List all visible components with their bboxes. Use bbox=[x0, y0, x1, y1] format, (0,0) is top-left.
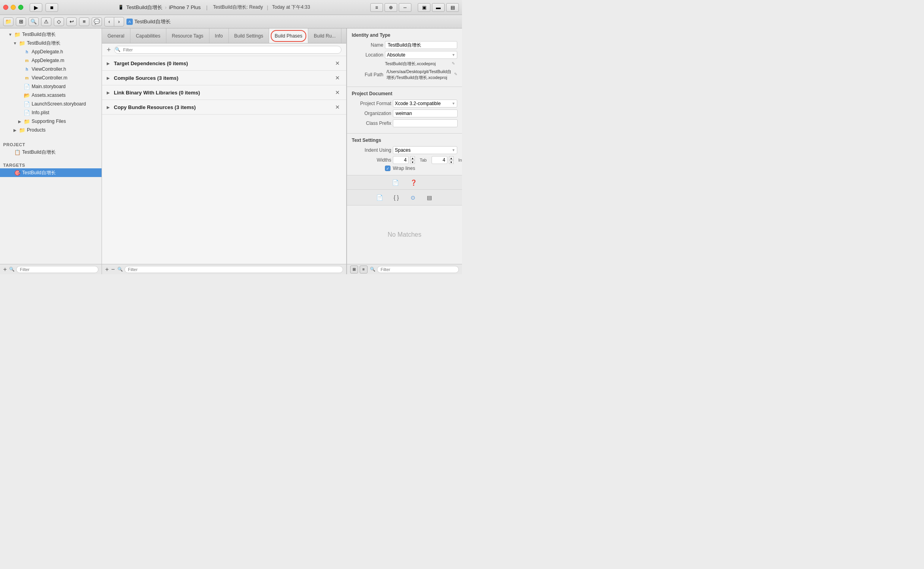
close-button[interactable] bbox=[3, 5, 8, 10]
sidebar-project-item[interactable]: 📋 TestBuild自增长 bbox=[0, 148, 102, 156]
phase-compile-sources[interactable]: ▶ Compile Sources (3 items) ✕ bbox=[102, 71, 346, 85]
phase-title-link: Link Binary With Libraries (0 items) bbox=[114, 90, 334, 96]
breadcrumb: A TestBuild自增长 bbox=[126, 18, 459, 25]
breakpoint-btn[interactable]: ↩ bbox=[66, 17, 77, 26]
full-path-edit-btn[interactable]: ✎ bbox=[454, 72, 457, 77]
center-add-btn[interactable]: + bbox=[105, 266, 109, 273]
sidebar-project-root[interactable]: ▼ 📁 TestBuild自增长 bbox=[0, 30, 102, 39]
maximize-button[interactable] bbox=[18, 5, 23, 10]
phase-close-copy[interactable]: ✕ bbox=[334, 103, 341, 111]
list-btn[interactable]: ≡ bbox=[79, 17, 89, 26]
add-file-btn[interactable]: + bbox=[3, 266, 7, 273]
tab-capabilities[interactable]: Capabilities bbox=[130, 28, 166, 43]
tab-general[interactable]: General bbox=[102, 28, 130, 43]
phase-disclosure-target-deps: ▶ bbox=[107, 61, 112, 66]
quick-help-btn[interactable]: ❓ bbox=[409, 178, 418, 187]
phase-close-link[interactable]: ✕ bbox=[334, 89, 341, 96]
indent-width-input[interactable] bbox=[432, 156, 447, 164]
tab-width-up[interactable]: ▲ bbox=[410, 156, 415, 160]
sidebar-launchscreen-storyboard[interactable]: 📄 LaunchScreen.storyboard bbox=[0, 100, 102, 108]
bookmark-btn[interactable]: ◇ bbox=[54, 17, 64, 26]
widths-row: Widths ▲ ▼ Tab ▲ ▼ Indent bbox=[352, 156, 457, 164]
stop-button[interactable]: ■ bbox=[45, 3, 58, 12]
full-path-value: /Users/aa/Desktop/git/TestBuild自增长/TestB… bbox=[385, 69, 453, 81]
editor-assistant-btn[interactable]: ⊕ bbox=[385, 3, 397, 12]
sidebar-assets-xcassets[interactable]: 📂 Assets.xcassets bbox=[0, 91, 102, 100]
tab-build-settings[interactable]: Build Settings bbox=[229, 28, 269, 43]
center-filter-bar: 🔍 bbox=[117, 266, 343, 273]
sidebar-main-storyboard[interactable]: 📄 Main.storyboard bbox=[0, 82, 102, 91]
edit-btn[interactable]: ✎ bbox=[452, 61, 457, 67]
phase-link-binary[interactable]: ▶ Link Binary With Libraries (0 items) ✕ bbox=[102, 85, 346, 100]
organization-input[interactable] bbox=[393, 109, 458, 117]
indent-using-select[interactable]: Spaces ▼ bbox=[393, 146, 457, 154]
project-format-chevron-icon: ▼ bbox=[452, 102, 455, 106]
back-btn[interactable]: ‹ bbox=[105, 17, 114, 26]
project-format-value: Xcode 3.2-compatible bbox=[395, 101, 441, 106]
phase-copy-bundle[interactable]: ▶ Copy Bundle Resources (3 items) ✕ bbox=[102, 100, 346, 115]
sidebar-appdelegate-h[interactable]: h AppDelegate.h bbox=[0, 47, 102, 56]
circle-view-btn[interactable]: ⊙ bbox=[409, 193, 417, 202]
sidebar-viewcontroller-m[interactable]: m ViewController.m bbox=[0, 73, 102, 82]
sidebar-appdelegate-m[interactable]: m AppDelegate.m bbox=[0, 56, 102, 65]
center-filter-input[interactable] bbox=[124, 266, 343, 273]
minimize-button[interactable] bbox=[11, 5, 16, 10]
tab-width-input[interactable] bbox=[393, 156, 409, 164]
center-remove-btn[interactable]: − bbox=[111, 266, 115, 273]
tab-width-stepper[interactable]: ▲ ▼ bbox=[410, 156, 415, 164]
location-select[interactable]: Absolute ▼ bbox=[385, 51, 457, 59]
phase-close-compile[interactable]: ✕ bbox=[334, 74, 341, 82]
list-view-btn[interactable]: ≡ bbox=[360, 266, 368, 273]
sidebar-target-item[interactable]: 🎯 TestBuild自增长 bbox=[0, 168, 102, 177]
project-section-label: PROJECT bbox=[0, 139, 102, 148]
project-format-label: Project Format bbox=[352, 101, 391, 106]
folder-btn[interactable]: 📁 bbox=[3, 17, 13, 26]
tab-width-down[interactable]: ▼ bbox=[410, 160, 415, 164]
bubble-btn[interactable]: 💬 bbox=[92, 17, 102, 26]
tab-info[interactable]: Info bbox=[209, 28, 229, 43]
name-input[interactable] bbox=[385, 41, 457, 49]
right-filter-input[interactable] bbox=[377, 266, 459, 273]
sidebar-filter-input[interactable] bbox=[16, 266, 98, 273]
sidebar-supporting-files[interactable]: ▶ 📁 Supporting Files bbox=[0, 117, 102, 126]
tab-build-rules[interactable]: Build Ru... bbox=[308, 28, 341, 43]
phase-close-target-deps[interactable]: ✕ bbox=[334, 59, 341, 67]
navigator-btn[interactable]: ▣ bbox=[418, 3, 430, 12]
indent-using-chevron-icon: ▼ bbox=[452, 148, 455, 152]
forward-btn[interactable]: › bbox=[114, 17, 124, 26]
warning-btn[interactable]: ⚠ bbox=[41, 17, 51, 26]
layout-view-btn[interactable]: ▤ bbox=[425, 193, 434, 202]
code-view-btn[interactable]: { } bbox=[392, 193, 401, 202]
project-format-select[interactable]: Xcode 3.2-compatible ▼ bbox=[393, 100, 457, 107]
grid-btn[interactable]: ⊞ bbox=[16, 17, 26, 26]
phase-target-dependencies[interactable]: ▶ Target Dependencies (0 items) ✕ bbox=[102, 56, 346, 71]
phase-disclosure-copy: ▶ bbox=[107, 105, 112, 109]
add-phase-button[interactable]: + bbox=[107, 46, 111, 53]
grid-view-btn[interactable]: ⊞ bbox=[350, 266, 358, 273]
debug-btn[interactable]: ▬ bbox=[432, 3, 445, 12]
sidebar-testbuild-folder[interactable]: ▼ 📁 TestBuild自增长 bbox=[0, 39, 102, 47]
file-inspector-btn[interactable]: 📄 bbox=[391, 178, 400, 187]
location-value: Absolute bbox=[387, 52, 405, 58]
play-button[interactable]: ▶ bbox=[30, 3, 42, 12]
sidebar-products[interactable]: ▶ 📁 Products bbox=[0, 126, 102, 134]
phase-filter-input[interactable] bbox=[114, 46, 341, 54]
wrap-lines-checkbox[interactable]: ✓ bbox=[385, 166, 390, 171]
indent-width-up[interactable]: ▲ bbox=[449, 156, 454, 160]
utilities-btn[interactable]: ▤ bbox=[446, 3, 459, 12]
tab-build-phases[interactable]: Build Phases bbox=[269, 28, 308, 43]
breadcrumb-text: TestBuild自增长 bbox=[134, 18, 171, 25]
class-prefix-input[interactable] bbox=[393, 119, 458, 127]
file-view-btn[interactable]: 📄 bbox=[375, 193, 384, 202]
search-btn[interactable]: 🔍 bbox=[28, 17, 39, 26]
center-filter-icon: 🔍 bbox=[117, 267, 123, 272]
sidebar-viewcontroller-h[interactable]: h ViewController.h bbox=[0, 65, 102, 73]
indent-width-down[interactable]: ▼ bbox=[449, 160, 454, 164]
sidebar-info-plist[interactable]: 📄 Info.plist bbox=[0, 108, 102, 117]
editor-version-btn[interactable]: ↔ bbox=[399, 3, 411, 12]
toolbar: 📁 ⊞ 🔍 ⚠ ◇ ↩ ≡ 💬 ‹ › A TestBuild自增长 bbox=[0, 15, 462, 28]
indent-width-stepper[interactable]: ▲ ▼ bbox=[449, 156, 454, 164]
editor-standard-btn[interactable]: ≡ bbox=[370, 3, 383, 12]
tab-resource-tags[interactable]: Resource Tags bbox=[166, 28, 209, 43]
no-matches-text: No Matches bbox=[388, 231, 421, 238]
